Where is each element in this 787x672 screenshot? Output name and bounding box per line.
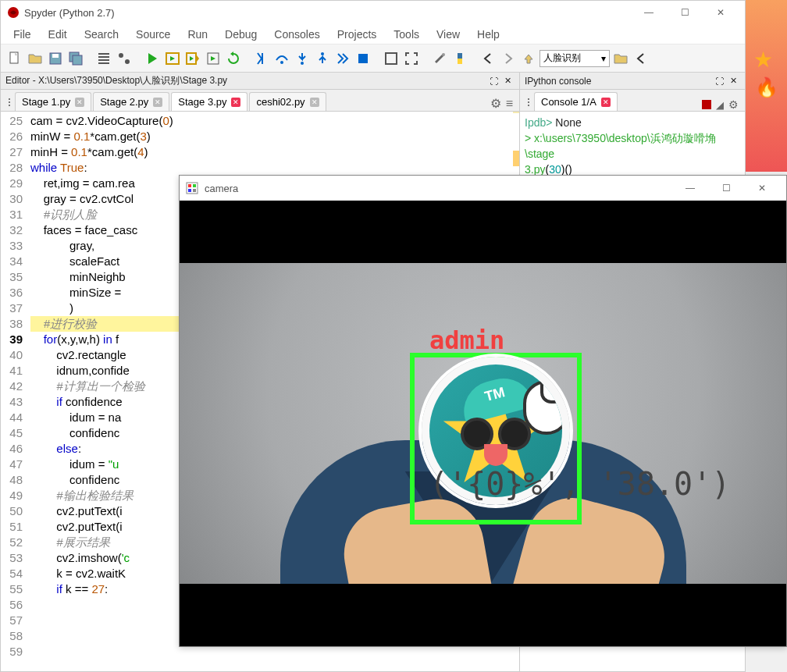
camera-feed: admin TM ('{0}%', '38.0') — [180, 263, 786, 584]
working-dir-dropdown[interactable]: 人脸识别▾ — [540, 50, 610, 67]
tab-label: Stage 3.py — [178, 96, 226, 108]
background-app-strip: ★ 🔥 — [746, 0, 787, 172]
working-dir-label: 人脸识别 — [543, 52, 581, 65]
console-options-icon[interactable]: ⚙ — [728, 98, 739, 111]
kernel-busy-icon — [702, 100, 711, 109]
console-tab-handle[interactable]: ⫶ — [523, 94, 534, 111]
console-tab-label: Console 1/A — [541, 96, 596, 108]
camera-titlebar: camera — ☐ ✕ — [180, 176, 786, 201]
svg-point-14 — [321, 52, 324, 55]
pane-pin-icon[interactable]: ⛶ — [490, 76, 498, 86]
camera-maximize-button[interactable]: ☐ — [708, 176, 744, 200]
step-out-button[interactable] — [313, 49, 332, 68]
svg-rect-15 — [358, 54, 368, 63]
outline-button[interactable] — [94, 49, 113, 68]
editor-tab-1[interactable]: Stage 2.py✕ — [93, 92, 169, 111]
cap-text: TM — [483, 385, 507, 406]
star-icon: ★ — [753, 47, 773, 73]
titlebar: Spyder (Python 2.7) — ☐ ✕ — [1, 1, 745, 24]
editor-tab-0[interactable]: Stage 1.py✕ — [15, 92, 91, 111]
menu-search[interactable]: Search — [77, 27, 126, 42]
step-over-button[interactable] — [272, 49, 291, 68]
open-file-button[interactable] — [26, 49, 45, 68]
nav-back-button[interactable] — [479, 49, 497, 68]
fullscreen-button[interactable] — [402, 49, 421, 68]
console-tab-close-icon[interactable]: ✕ — [601, 98, 611, 107]
menu-view[interactable]: View — [429, 27, 468, 42]
tab-close-icon[interactable]: ✕ — [231, 98, 240, 107]
preferences-button[interactable] — [430, 49, 449, 68]
run-cell-advance-button[interactable] — [183, 49, 202, 68]
menu-run[interactable]: Run — [180, 27, 215, 42]
camera-app-icon — [186, 182, 198, 194]
set-dir-button[interactable] — [632, 49, 650, 68]
menu-consoles[interactable]: Consoles — [266, 27, 327, 42]
svg-point-6 — [119, 53, 123, 58]
svg-rect-22 — [193, 189, 196, 192]
window-title: Spyder (Python 2.7) — [24, 7, 626, 19]
menu-source[interactable]: Source — [128, 27, 178, 42]
browse-dir-button[interactable] — [611, 49, 630, 68]
run-cell-button[interactable] — [163, 49, 182, 68]
up-dir-button[interactable] — [519, 49, 538, 68]
menu-edit[interactable]: Edit — [41, 27, 75, 42]
step-into-button[interactable] — [293, 49, 312, 68]
editor-tab-2[interactable]: Stage 3.py✕ — [171, 92, 247, 111]
rerun-button[interactable] — [224, 49, 243, 68]
tab-label: Stage 2.py — [100, 96, 148, 108]
console-tab-1[interactable]: Console 1/A ✕ — [534, 92, 618, 111]
debug-button[interactable] — [252, 49, 271, 68]
new-file-button[interactable] — [5, 49, 24, 68]
menu-projects[interactable]: Projects — [329, 27, 385, 42]
svg-rect-5 — [73, 55, 82, 65]
camera-window-title: camera — [205, 183, 666, 194]
tab-close-icon[interactable]: ✕ — [153, 98, 162, 107]
maximize-pane-button[interactable] — [382, 49, 401, 68]
menu-help[interactable]: Help — [469, 27, 507, 42]
minimize-button[interactable]: — — [631, 1, 667, 24]
console-close-icon[interactable]: ✕ — [730, 76, 737, 86]
tab-scroll-handle[interactable]: ⫶ — [4, 94, 15, 111]
svg-rect-3 — [52, 54, 59, 58]
line-gutter: 2526272829303132333435363738394041424344… — [1, 112, 27, 671]
camera-minimize-button[interactable]: — — [672, 176, 708, 200]
save-all-button[interactable] — [66, 49, 85, 68]
editor-menu-icon[interactable]: ≡ — [506, 97, 513, 111]
close-button[interactable]: ✕ — [703, 1, 739, 24]
menu-file[interactable]: File — [5, 27, 39, 42]
camera-canvas: admin TM ('{0}%', '38.0') — [180, 201, 786, 646]
tab-close-icon[interactable]: ✕ — [75, 98, 84, 107]
nav-fwd-button[interactable] — [499, 49, 518, 68]
continue-button[interactable] — [333, 49, 352, 68]
run-button[interactable] — [143, 49, 162, 68]
maximize-button[interactable]: ☐ — [667, 1, 703, 24]
editor-pane-header: Editor - X:\Users\73950\Desktop\人脸识别\Sta… — [1, 73, 519, 90]
python-path-button[interactable] — [450, 49, 469, 68]
editor-options-icon[interactable]: ⚙ — [490, 96, 501, 111]
window-controls: — ☐ ✕ — [631, 1, 739, 24]
run-selection-button[interactable] — [204, 49, 223, 68]
clear-console-button[interactable]: ◢ — [716, 99, 724, 111]
pane-close-icon[interactable]: ✕ — [504, 76, 511, 86]
menubar: FileEditSearchSourceRunDebugConsolesProj… — [1, 24, 745, 44]
camera-close-button[interactable]: ✕ — [744, 176, 780, 200]
stop-debug-button[interactable] — [354, 49, 372, 68]
svg-rect-20 — [193, 184, 196, 187]
menu-debug[interactable]: Debug — [217, 27, 265, 42]
tab-close-icon[interactable]: ✕ — [310, 98, 319, 107]
flame-icon: 🔥 — [755, 76, 778, 98]
console-pin-icon[interactable]: ⛶ — [715, 76, 724, 86]
editor-tab-3[interactable]: ceshi02.py✕ — [249, 92, 326, 111]
svg-rect-21 — [188, 189, 191, 192]
svg-rect-1 — [10, 52, 18, 63]
save-button[interactable] — [46, 49, 65, 68]
svg-rect-11 — [262, 53, 263, 64]
svg-point-13 — [301, 62, 304, 65]
console-tabs: ⫶ Console 1/A ✕ ◢ ⚙ — [520, 90, 745, 112]
svg-point-7 — [125, 59, 130, 64]
spyder-icon — [7, 6, 20, 19]
camera-window: camera — ☐ ✕ admin TM — [179, 175, 787, 647]
tab-label: ceshi02.py — [256, 96, 304, 108]
menu-tools[interactable]: Tools — [386, 27, 427, 42]
breakpoints-button[interactable] — [115, 49, 134, 68]
